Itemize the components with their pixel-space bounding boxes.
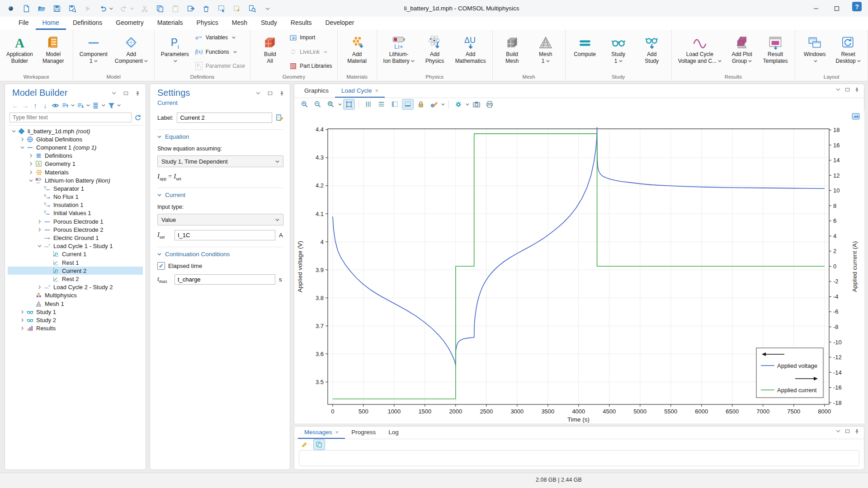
input-type-dropdown[interactable]: Value xyxy=(157,214,283,225)
x-axis-limits-button[interactable] xyxy=(402,99,414,110)
panel-pin-icon[interactable] xyxy=(134,89,141,97)
panel-menu-icon[interactable] xyxy=(836,429,840,434)
move-up-button[interactable]: ↑ xyxy=(31,101,39,110)
panel-float-icon[interactable] xyxy=(122,89,129,97)
ribbon-button-import[interactable]: Import xyxy=(289,33,332,42)
tree-item-insulation-1[interactable]: DInsulation 1 xyxy=(8,201,143,209)
menu-materials[interactable]: Materials xyxy=(151,17,190,30)
current-section-header[interactable]: Current xyxy=(157,192,283,198)
expand-tree-button[interactable] xyxy=(61,101,69,110)
ribbon-button-build-mesh[interactable]: BuildMesh xyxy=(496,32,528,73)
iset-input[interactable] xyxy=(175,230,275,240)
redo-icon[interactable] xyxy=(119,4,128,13)
equation-study-dropdown[interactable]: Study 1, Time Dependent xyxy=(157,155,283,167)
open-icon[interactable] xyxy=(37,4,46,13)
cut-icon[interactable] xyxy=(140,4,149,13)
save-icon[interactable] xyxy=(52,4,61,13)
tree-item-materials[interactable]: Materials xyxy=(8,168,143,176)
tree-closed-chevron-icon[interactable] xyxy=(19,310,26,314)
ribbon-button-build-all[interactable]: BuildAll xyxy=(254,32,286,73)
lock-axes-button[interactable] xyxy=(415,99,427,110)
zoom-extents-button[interactable] xyxy=(343,99,355,110)
ribbon-button-model-manager[interactable]: ModelManager xyxy=(37,32,70,73)
tree-open-chevron-icon[interactable] xyxy=(19,145,26,150)
clear-selection-icon[interactable] xyxy=(232,4,241,13)
ribbon-button-add-physics[interactable]: AddPhysics xyxy=(419,32,451,73)
filter-input[interactable] xyxy=(9,113,132,122)
ribbon-button-add-component[interactable]: AddComponent xyxy=(112,32,151,73)
chevron-down-icon[interactable] xyxy=(466,103,469,106)
plot-appearance-button[interactable] xyxy=(428,99,440,110)
comsol-logo-icon[interactable] xyxy=(6,4,15,13)
tree-open-chevron-icon[interactable] xyxy=(36,244,43,248)
tree-closed-chevron-icon[interactable] xyxy=(28,162,34,166)
model-tree-view-button[interactable] xyxy=(92,101,100,110)
menu-mesh[interactable]: Mesh xyxy=(225,17,254,30)
customize-toolbar-icon[interactable] xyxy=(263,4,272,13)
tree-item-definitions[interactable]: Definitions xyxy=(8,152,143,160)
messages-tab-log[interactable]: Log xyxy=(382,427,405,439)
menu-developer[interactable]: Developer xyxy=(319,17,361,30)
tree-closed-chevron-icon[interactable] xyxy=(19,137,26,141)
menu-home[interactable]: Home xyxy=(36,17,66,30)
ribbon-button-part-libraries[interactable]: Part Libraries xyxy=(289,61,332,70)
plot-in-window-icon[interactable] xyxy=(852,113,859,119)
tree-item-study-1[interactable]: Study 1 xyxy=(8,308,143,316)
tree-item-current-2[interactable]: Current 2 xyxy=(8,267,143,275)
close-tab-icon[interactable]: × xyxy=(335,429,339,436)
chevron-down-icon[interactable] xyxy=(130,7,134,10)
graphics-tab-graphics[interactable]: Graphics xyxy=(298,84,335,98)
tree-item-load-cycle-2-study-2[interactable]: *Load Cycle 2 - Study 2 xyxy=(8,283,143,291)
ribbon-button-parameters[interactable]: PiParameters xyxy=(158,32,192,73)
tree-item-rest-1[interactable]: Rest 1 xyxy=(8,258,143,267)
tree-closed-chevron-icon[interactable] xyxy=(19,326,26,330)
chevron-down-icon[interactable] xyxy=(338,103,342,106)
elapsed-time-checkbox[interactable]: ✓ xyxy=(157,262,165,270)
zoom-in-button[interactable] xyxy=(299,99,311,110)
image-snapshot-button[interactable] xyxy=(471,99,482,110)
menu-geometry[interactable]: Geometry xyxy=(109,17,150,30)
tree-item-geometry-1[interactable]: AGeometry 1 xyxy=(8,160,143,168)
tree-item-load-cycle-1-study-1[interactable]: *Load Cycle 1 - Study 1 xyxy=(8,242,143,250)
tree-closed-chevron-icon[interactable] xyxy=(36,285,43,289)
panel-float-icon[interactable] xyxy=(266,89,274,97)
tree-item-current-1[interactable]: Current 1 xyxy=(8,250,143,258)
panel-menu-icon[interactable] xyxy=(110,89,118,97)
zoom-out-button[interactable] xyxy=(312,99,324,110)
ribbon-button-study-1[interactable]: Study1 xyxy=(602,32,635,73)
tree-item-results[interactable]: Results xyxy=(8,324,143,333)
close-tab-icon[interactable]: × xyxy=(375,87,379,94)
ribbon-button-compute[interactable]: Compute xyxy=(569,32,601,73)
chevron-down-icon[interactable] xyxy=(102,103,105,107)
messages-tab-progress[interactable]: Progress xyxy=(345,427,382,439)
ribbon-button-add-material[interactable]: AddMaterial xyxy=(341,32,373,73)
menu-results[interactable]: Results xyxy=(284,17,319,30)
chevron-down-icon[interactable] xyxy=(441,103,445,106)
label-input[interactable] xyxy=(177,113,272,123)
menu-definitions[interactable]: Definitions xyxy=(66,17,109,30)
menu-physics[interactable]: Physics xyxy=(190,17,225,30)
collapse-tree-button[interactable] xyxy=(76,101,85,110)
chevron-down-icon[interactable] xyxy=(109,7,113,10)
minimize-button[interactable] xyxy=(806,0,826,17)
tree-closed-chevron-icon[interactable] xyxy=(36,228,43,232)
tree-item-global-definitions[interactable]: Global Definitions xyxy=(8,135,143,143)
continuation-section-header[interactable]: Continuation Conditions xyxy=(157,251,283,258)
zoom-box-button[interactable] xyxy=(325,99,337,110)
ribbon-button-lithium-ion-battery[interactable]: Li+Lithium-Ion Battery xyxy=(380,32,418,73)
ribbon-button-add-plot-group[interactable]: Add PlotGroup xyxy=(726,32,758,73)
ribbon-button-add-mathematics[interactable]: ΔUAddMathematics xyxy=(452,32,489,73)
ribbon-button-application-builder[interactable]: AApplicationBuilder xyxy=(3,32,36,73)
tree-closed-chevron-icon[interactable] xyxy=(36,220,43,224)
copy-icon[interactable] xyxy=(156,4,165,13)
tree-open-chevron-icon[interactable] xyxy=(28,178,34,183)
menu-file[interactable]: File xyxy=(12,17,36,30)
panel-menu-icon[interactable] xyxy=(255,89,262,97)
save-as-icon[interactable] xyxy=(68,4,77,13)
tree-item-component-1[interactable]: Component 1(comp 1) xyxy=(8,143,143,151)
copy-log-button[interactable] xyxy=(313,439,325,450)
print-button[interactable] xyxy=(484,99,495,110)
panel-pin-icon[interactable] xyxy=(278,89,285,97)
ribbon-button-result-templates[interactable]: ResultTemplates xyxy=(759,32,792,73)
tree-item-no-flux-1[interactable]: DNo Flux 1 xyxy=(8,193,143,201)
